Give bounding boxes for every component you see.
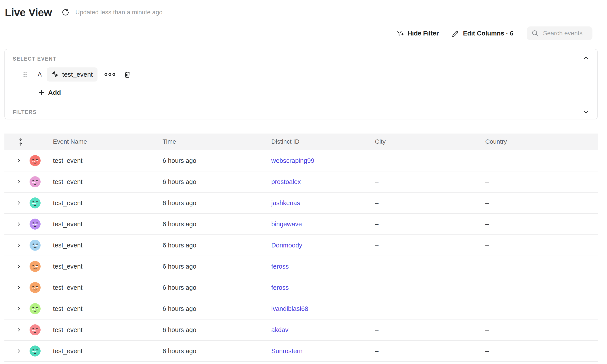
distinct-id-link[interactable]: jashkenas <box>271 199 300 207</box>
distinct-id-link[interactable]: ivandiblasi68 <box>271 305 308 312</box>
expand-row-button[interactable] <box>16 348 22 354</box>
expand-row-button[interactable] <box>16 263 22 269</box>
distinct-id-link[interactable]: bingewave <box>271 221 302 228</box>
refresh-button[interactable] <box>62 8 69 16</box>
expand-row-button[interactable] <box>16 285 22 290</box>
cursor-click-icon <box>52 71 59 78</box>
pencil-icon <box>452 29 459 37</box>
expand-row-button[interactable] <box>16 179 22 185</box>
user-avatar <box>29 324 41 335</box>
time-cell: 6 hours ago <box>163 242 271 249</box>
table-header: Event Name Time Distinct ID City Country <box>4 133 598 150</box>
expand-row-button[interactable] <box>16 200 22 206</box>
city-cell: – <box>375 178 485 185</box>
query-builder-card: SELECT EVENT A <box>4 49 598 119</box>
country-cell: – <box>485 178 598 185</box>
time-cell: 6 hours ago <box>163 178 271 185</box>
page-title: Live View <box>5 6 52 18</box>
time-cell: 6 hours ago <box>163 348 271 355</box>
country-cell: – <box>485 157 598 164</box>
event-name-cell: test_event <box>53 305 163 312</box>
search-events-box[interactable] <box>527 26 593 40</box>
updated-status: Updated less than a minute ago <box>75 9 162 16</box>
edit-columns-button[interactable]: Edit Columns · 6 <box>452 29 513 37</box>
expand-row-button[interactable] <box>16 158 22 164</box>
filters-section: FILTERS <box>5 105 597 119</box>
city-cell: – <box>375 221 485 228</box>
user-avatar <box>29 282 41 293</box>
table-row[interactable]: test_event 6 hours ago feross – – <box>4 277 598 298</box>
hide-filter-button[interactable]: Hide Filter <box>396 29 439 37</box>
distinct-id-link[interactable]: webscraping99 <box>271 157 314 164</box>
trash-icon <box>124 71 131 78</box>
expand-filters-button[interactable] <box>583 109 589 116</box>
search-events-input[interactable] <box>543 30 588 37</box>
time-cell: 6 hours ago <box>163 305 271 312</box>
more-options-button[interactable] <box>104 73 116 77</box>
expand-row-button[interactable] <box>16 306 22 312</box>
country-cell: – <box>485 263 598 270</box>
time-cell: 6 hours ago <box>163 284 271 291</box>
more-options-icon <box>104 73 116 77</box>
chevron-right-icon <box>16 158 22 164</box>
event-clause-row: A test_event <box>23 67 589 81</box>
city-cell: – <box>375 199 485 207</box>
filter-plus-icon <box>396 29 404 37</box>
country-cell: – <box>485 221 598 228</box>
table-row[interactable]: test_event 6 hours ago feross – – <box>4 256 598 277</box>
event-name-cell: test_event <box>53 157 163 164</box>
table-row[interactable]: test_event 6 hours ago Sunrostern – – <box>4 341 598 362</box>
table-row[interactable]: test_event 6 hours ago webscraping99 – – <box>4 150 598 171</box>
expand-row-button[interactable] <box>16 327 22 333</box>
column-header-city: City <box>375 138 485 145</box>
city-cell: – <box>375 284 485 291</box>
distinct-id-link[interactable]: feross <box>271 263 289 270</box>
country-cell: – <box>485 284 598 291</box>
add-button-label: Add <box>48 89 61 96</box>
city-cell: – <box>375 348 485 355</box>
time-cell: 6 hours ago <box>163 199 271 207</box>
events-table: Event Name Time Distinct ID City Country <box>4 133 598 362</box>
chevron-right-icon <box>16 263 22 269</box>
select-event-section: SELECT EVENT A <box>5 49 597 105</box>
user-avatar <box>29 219 41 230</box>
table-row[interactable]: test_event 6 hours ago prostoalex – – <box>4 171 598 193</box>
country-cell: – <box>485 199 598 207</box>
table-row[interactable]: test_event 6 hours ago akdav – – <box>4 320 598 341</box>
city-cell: – <box>375 305 485 312</box>
country-cell: – <box>485 348 598 355</box>
table-row[interactable]: test_event 6 hours ago ivandiblasi68 – – <box>4 298 598 320</box>
drag-handle-icon[interactable] <box>23 71 27 78</box>
search-icon <box>531 29 539 37</box>
distinct-id-link[interactable]: akdav <box>271 326 288 333</box>
distinct-id-link[interactable]: Dorimoody <box>271 242 302 249</box>
user-avatar <box>29 155 41 166</box>
chevron-right-icon <box>16 306 22 312</box>
distinct-id-link[interactable]: prostoalex <box>271 178 301 185</box>
user-avatar <box>29 176 41 187</box>
event-name-cell: test_event <box>53 263 163 270</box>
user-avatar <box>29 261 41 272</box>
expand-row-button[interactable] <box>16 242 22 248</box>
plus-icon <box>38 89 45 96</box>
collapse-section-button[interactable] <box>583 55 589 61</box>
chevron-right-icon <box>16 242 22 248</box>
chevron-right-icon <box>16 221 22 227</box>
event-name-cell: test_event <box>53 199 163 207</box>
distinct-id-link[interactable]: feross <box>271 284 289 291</box>
table-row[interactable]: test_event 6 hours ago jashkenas – – <box>4 193 598 214</box>
table-row[interactable]: test_event 6 hours ago bingewave – – <box>4 214 598 235</box>
chevron-up-icon <box>583 55 589 61</box>
add-event-button[interactable]: Add <box>38 88 61 97</box>
chevron-right-icon <box>16 200 22 206</box>
delete-event-button[interactable] <box>124 71 131 78</box>
expand-row-button[interactable] <box>16 221 22 227</box>
time-cell: 6 hours ago <box>163 263 271 270</box>
table-row[interactable]: test_event 6 hours ago Dorimoody – – <box>4 235 598 256</box>
event-select-chip[interactable]: test_event <box>47 67 97 81</box>
collapse-vertical-icon <box>18 138 23 146</box>
time-cell: 6 hours ago <box>163 157 271 164</box>
event-name-cell: test_event <box>53 221 163 228</box>
distinct-id-link[interactable]: Sunrostern <box>271 348 303 354</box>
collapse-all-rows-button[interactable] <box>18 138 23 146</box>
